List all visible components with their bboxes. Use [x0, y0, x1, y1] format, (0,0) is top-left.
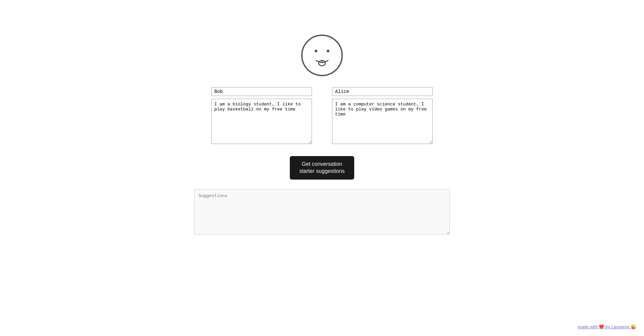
alice-name-input[interactable]	[332, 87, 433, 96]
get-suggestions-button[interactable]: Get conversationstarter suggestions	[290, 156, 354, 180]
main-container: I am a biology student, I like to play b…	[0, 0, 644, 235]
inputs-row: I am a biology student, I like to play b…	[211, 87, 433, 144]
svg-point-2	[327, 50, 329, 52]
bob-bio-textarea[interactable]: I am a biology student, I like to play b…	[211, 99, 312, 144]
footer-link[interactable]: made with ❤️ by Langame 😜	[578, 324, 636, 329]
svg-point-1	[315, 50, 317, 52]
bob-name-input[interactable]	[211, 87, 312, 96]
person-block-alice: I am a computer science student, I like …	[332, 87, 433, 144]
suggestions-textarea[interactable]	[194, 189, 450, 235]
logo-face	[300, 34, 344, 77]
person-block-bob: I am a biology student, I like to play b…	[211, 87, 312, 144]
svg-point-0	[302, 35, 342, 76]
alice-bio-textarea[interactable]: I am a computer science student, I like …	[332, 99, 433, 144]
